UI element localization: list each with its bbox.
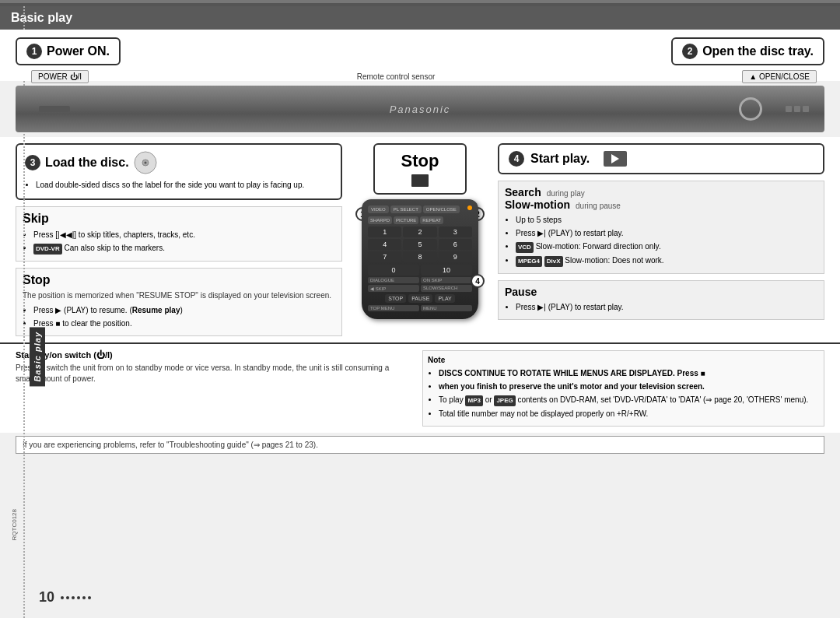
remote-dialog-row: DIALOGUE ON SKIP bbox=[368, 277, 472, 283]
stop-button-icon bbox=[411, 174, 429, 187]
trouble-note-text: If you are experiencing problems, refer … bbox=[23, 441, 318, 449]
remote-btn-picture: PICTURE bbox=[394, 216, 418, 224]
remote-transport-buttons: STOP PAUSE PLAY bbox=[368, 294, 472, 303]
open-close-label: ▲ OPEN/CLOSE bbox=[742, 70, 817, 83]
search-box: Search during play Slow-motion during pa… bbox=[498, 181, 824, 274]
divx-badge: DivX bbox=[544, 256, 563, 267]
page-title: Basic play bbox=[11, 11, 72, 25]
remote-num-0: 0 bbox=[368, 265, 419, 276]
trouble-note: If you are experiencing problems, refer … bbox=[16, 436, 824, 454]
center-column: Stop 1 2 VIDEO PL SELECT OPEN/CLOSE bbox=[350, 143, 490, 336]
remote-top-btn-1: VIDEO bbox=[368, 205, 389, 213]
remote-top-btn-2: PL SELECT bbox=[390, 205, 422, 213]
remote-num-4: 4 bbox=[368, 239, 401, 250]
remote-indicator bbox=[467, 205, 472, 210]
pause-title: Pause bbox=[505, 286, 817, 298]
standby-description: Press to switch the unit from on to stan… bbox=[16, 363, 407, 384]
power-button-label: POWER ⏻/I bbox=[31, 70, 89, 83]
play-button-icon bbox=[604, 151, 627, 167]
remote-num-7: 7 bbox=[368, 251, 401, 262]
stop-box: Stop bbox=[373, 143, 467, 195]
remote-number-grid: 1 2 3 4 5 6 7 8 9 bbox=[368, 226, 472, 262]
note-bullets: DISCS CONTINUE TO ROTATE WHILE MENUS ARE… bbox=[428, 367, 819, 420]
remote-btn-sharpd: SHARPD bbox=[368, 216, 392, 224]
remote-menu: MENU bbox=[421, 305, 472, 311]
dvd-player-visual: Panasonic bbox=[16, 86, 824, 132]
pause-box: Pause Press ▶| (PLAY) to restart play. bbox=[498, 280, 824, 320]
remote-stop-btn: STOP bbox=[385, 294, 406, 303]
disc-icon bbox=[134, 151, 157, 174]
slowmotion-subtitle: during pause bbox=[576, 202, 621, 210]
remote-pause-btn: PAUSE bbox=[408, 294, 432, 303]
remote-nav-row: TOP MENU MENU bbox=[368, 305, 472, 311]
remote-top-btn-3: OPEN/CLOSE bbox=[423, 205, 460, 213]
remote-num-5: 5 bbox=[403, 239, 436, 250]
header-bar bbox=[0, 0, 840, 6]
remote-slow-search: SLOW/SEARCH bbox=[421, 285, 472, 292]
stop-info-box: Stop The position is memorized when "RES… bbox=[16, 268, 342, 336]
stop-description: The position is memorized when "RESUME S… bbox=[23, 290, 335, 301]
remote-play-btn: PLAY bbox=[435, 294, 454, 303]
bottom-section: Standby/on switch (⏻/I) Press to switch … bbox=[0, 342, 840, 433]
remote-num-1: 1 bbox=[368, 226, 401, 237]
remote-middle-controls: SHARPD PICTURE REPEAT bbox=[368, 216, 472, 224]
load-disc-header: 3 Load the disc. bbox=[25, 151, 333, 174]
remote-num-10: 10 bbox=[421, 265, 472, 276]
vcd-badge: VCD bbox=[516, 242, 534, 253]
remote-sensor-area: Remote control sensor bbox=[121, 56, 671, 81]
remote-num-2: 2 bbox=[403, 226, 436, 237]
product-code: RQTC0128 bbox=[11, 509, 18, 540]
remote-top-menu: TOP MENU bbox=[368, 305, 419, 311]
skip-bullets: Press [|◀◀|] to skip titles, chapters, t… bbox=[23, 229, 335, 255]
step1-title: Power ON. bbox=[47, 44, 110, 58]
step1-power: 1 Power ON. POWER ⏻/I bbox=[16, 37, 121, 81]
top-section: 1 Power ON. POWER ⏻/I Remote control sen… bbox=[0, 30, 840, 81]
remote-num-6: 6 bbox=[439, 239, 472, 250]
load-disc-description: Load double-sided discs so the label for… bbox=[25, 179, 333, 191]
side-label: Basic play bbox=[30, 327, 45, 386]
step3-number: 3 bbox=[25, 155, 40, 170]
panasonic-logo: Panasonic bbox=[390, 104, 451, 115]
remote-sensor-label: Remote control sensor bbox=[357, 72, 436, 81]
remote-bottom-num-row: 0 10 bbox=[368, 265, 472, 276]
page-number-area: 10 bbox=[39, 589, 91, 606]
mpeg4-badge: MPEG4 bbox=[516, 256, 542, 267]
skip-box: Skip Press [|◀◀|] to skip titles, chapte… bbox=[16, 206, 342, 262]
remote-num-8: 8 bbox=[403, 251, 436, 262]
remote-num-9: 9 bbox=[439, 251, 472, 262]
standby-title: Standby/on switch (⏻/I) bbox=[16, 350, 407, 360]
right-column: 4 Start play. Search during play Slow-mo… bbox=[498, 143, 824, 336]
dvd-player-body: Panasonic bbox=[16, 86, 824, 132]
page-number: 10 bbox=[39, 589, 54, 606]
step2-open: 2 Open the disc tray. ▲ OPEN/CLOSE bbox=[671, 37, 824, 81]
step2-box: 2 Open the disc tray. bbox=[671, 37, 824, 65]
slowmotion-bullets: Up to 5 steps Press ▶| (PLAY) to restart… bbox=[505, 214, 817, 267]
remote-dialogue-btn: DIALOGUE bbox=[368, 277, 419, 283]
step2-number: 2 bbox=[682, 44, 698, 59]
step3-title: Load the disc. bbox=[45, 156, 129, 170]
stop-info-title: Stop bbox=[23, 273, 335, 287]
load-disc-box: 3 Load the disc. Load double-sided discs… bbox=[16, 143, 342, 200]
dvd-disc-slot bbox=[739, 97, 762, 121]
step4-number: 4 bbox=[509, 151, 524, 167]
remote-control-container: 1 2 VIDEO PL SELECT OPEN/CLOSE SHARPD PI… bbox=[362, 199, 478, 319]
search-subtitle: during play bbox=[547, 189, 585, 198]
svg-point-2 bbox=[144, 162, 146, 164]
note-section: Note DISCS CONTINUE TO ROTATE WHILE MENU… bbox=[422, 350, 824, 427]
slowmotion-title: Slow-motion bbox=[505, 198, 570, 211]
remote-skip-row: ◀ SKIP SLOW/SEARCH bbox=[368, 285, 472, 292]
step1-number: 1 bbox=[26, 44, 42, 59]
remote-num-3: 3 bbox=[439, 226, 472, 237]
start-play-box: 4 Start play. bbox=[498, 143, 824, 174]
middle-row: 3 Load the disc. Load double-sided discs… bbox=[0, 137, 840, 342]
step2-title: Open the disc tray. bbox=[702, 44, 814, 58]
remote-dskip: ◀ SKIP bbox=[368, 285, 419, 292]
dvd-vr-badge: DVD-VR bbox=[33, 244, 62, 255]
left-column: 3 Load the disc. Load double-sided discs… bbox=[16, 143, 342, 336]
stop-title: Stop bbox=[390, 151, 450, 171]
remote-on-btn: ON SKIP bbox=[421, 277, 472, 283]
standby-section: Standby/on switch (⏻/I) Press to switch … bbox=[16, 350, 407, 427]
note-title: Note bbox=[428, 356, 819, 364]
remote-step4-marker: 4 bbox=[471, 274, 485, 288]
step4-title: Start play. bbox=[530, 152, 590, 166]
